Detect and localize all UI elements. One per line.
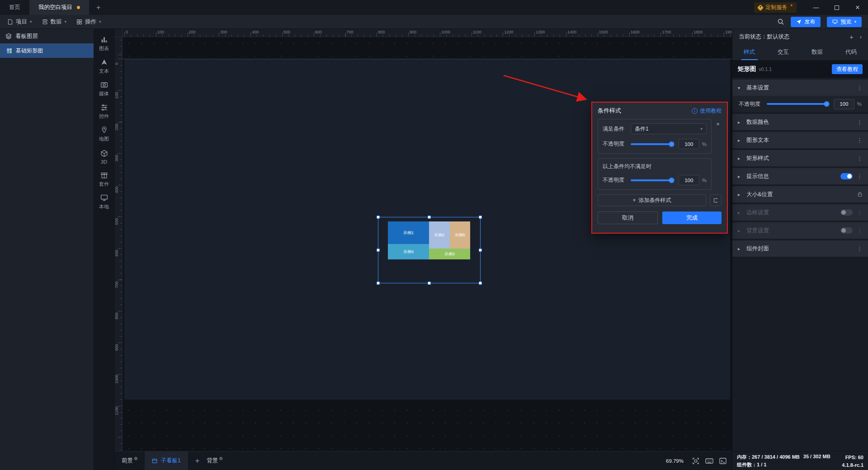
- foreground-label[interactable]: 前景⊕: [122, 457, 137, 465]
- layers-icon: [5, 33, 12, 39]
- more-icon[interactable]: ⋮: [857, 137, 863, 144]
- compbar-item-label: 3D: [101, 159, 107, 164]
- resize-handle[interactable]: [479, 282, 482, 285]
- minimize-button[interactable]: —: [806, 0, 826, 15]
- tab-style[interactable]: 样式: [732, 44, 766, 60]
- preview-button[interactable]: 预览▾: [827, 17, 862, 27]
- fallback-label: 以上条件均不满足时: [603, 163, 707, 170]
- resize-handle[interactable]: [428, 216, 431, 219]
- basic-opacity-input[interactable]: 100: [834, 99, 854, 109]
- circle-plus-icon[interactable]: ⊕: [134, 456, 137, 461]
- section-border-settings[interactable]: ▸ 边框设置 ⋮: [732, 204, 868, 221]
- section-tooltip[interactable]: ▸ 提示信息 ⋮: [732, 168, 868, 184]
- resize-handle[interactable]: [377, 216, 380, 219]
- layer-item-treemap[interactable]: 基础矩形图: [0, 43, 94, 58]
- compbar-item-3d[interactable]: 3D: [94, 146, 114, 168]
- lock-icon[interactable]: [857, 192, 863, 197]
- add-condition-style-button[interactable]: +添加条件样式: [598, 194, 706, 206]
- resize-handle[interactable]: [479, 216, 482, 219]
- resize-handle[interactable]: [479, 249, 482, 252]
- search-icon[interactable]: [777, 18, 784, 25]
- expand-states-button[interactable]: ›: [860, 33, 862, 40]
- condition-select[interactable]: 条件1 ▾: [631, 123, 707, 134]
- cancel-button[interactable]: 取消: [598, 212, 658, 224]
- fallback-opacity-slider[interactable]: [631, 179, 673, 181]
- new-project-tab-button[interactable]: +: [96, 4, 100, 12]
- more-icon[interactable]: ⋮: [857, 209, 863, 216]
- tooltip-toggle[interactable]: [840, 173, 853, 179]
- section-background-settings[interactable]: ▸ 背景设置 ⋮: [732, 222, 868, 239]
- basic-opacity-slider[interactable]: [767, 103, 828, 105]
- ruler-horizontal: 0100200300400500600700800900100011001200…: [114, 29, 732, 37]
- maximize-button[interactable]: [826, 0, 847, 15]
- more-icon[interactable]: ⋮: [857, 155, 863, 162]
- menu-project[interactable]: 项目▾: [7, 18, 32, 26]
- more-icon[interactable]: ⋮: [857, 173, 863, 180]
- console-button[interactable]: [719, 457, 726, 465]
- condition-flow-button[interactable]: [710, 194, 722, 206]
- condition-label: 满足条件: [603, 125, 631, 133]
- more-icon[interactable]: ⋮: [857, 227, 863, 234]
- section-component-cover[interactable]: ▸ 组件封面 ⋮: [732, 240, 868, 257]
- publish-button[interactable]: 发布: [791, 17, 821, 27]
- zoom-level[interactable]: 69.79%: [666, 458, 684, 464]
- section-rect-style[interactable]: ▸ 矩形样式 ⋮: [732, 150, 868, 166]
- section-size-position[interactable]: ▸ 大小&位置: [732, 186, 868, 202]
- tab-data[interactable]: 数据: [800, 44, 834, 60]
- opacity-input[interactable]: 100: [679, 139, 699, 149]
- view-tutorial-button[interactable]: 查看教程: [832, 64, 863, 74]
- compbar-item-kit[interactable]: 套件: [94, 168, 114, 191]
- section-data-colors[interactable]: ▸ 数据颜色 ⋮: [732, 114, 868, 130]
- tab-code[interactable]: 代码: [834, 44, 868, 60]
- keyboard-shortcuts-button[interactable]: [705, 457, 713, 465]
- custom-service-badge[interactable]: 定制服务 ●: [754, 2, 797, 13]
- border-toggle[interactable]: [840, 209, 853, 216]
- compbar-item-charts[interactable]: 图表: [94, 33, 114, 55]
- more-icon[interactable]: ⋮: [857, 85, 863, 91]
- opacity-value: 100: [840, 101, 848, 107]
- selected-widget-treemap[interactable]: 示例1 示例2 示例5 示例4 示例3: [378, 217, 481, 283]
- ruler-v-label: 500: [114, 215, 119, 228]
- tab-interaction[interactable]: 交互: [766, 44, 800, 60]
- add-board-button[interactable]: +: [195, 457, 199, 465]
- tab-home-label: 首页: [9, 4, 20, 11]
- confirm-button[interactable]: 完成: [662, 212, 722, 224]
- opacity-label: 不透明度: [603, 176, 631, 184]
- compbar-item-controls[interactable]: 控件: [94, 100, 114, 123]
- compbar-item-local[interactable]: 本地: [94, 191, 114, 213]
- fallback-opacity-input[interactable]: 100: [679, 175, 699, 185]
- section-basic-settings[interactable]: ▾ 基本设置 ⋮: [732, 80, 868, 96]
- status-bar: 内存：267 / 3814 / 4096 MB 35 / 302 MB FPS:…: [732, 451, 868, 470]
- compbar-item-media[interactable]: 媒体: [94, 78, 114, 100]
- menu-data[interactable]: 数据▾: [42, 18, 67, 26]
- state-label: 当前状态：: [739, 33, 767, 41]
- compbar-item-map[interactable]: 地图: [94, 123, 114, 146]
- resize-handle[interactable]: [428, 282, 431, 285]
- fit-screen-button[interactable]: [692, 457, 699, 465]
- resize-handle[interactable]: [377, 249, 380, 252]
- custom-service-label: 定制服务: [765, 4, 787, 11]
- tab-project[interactable]: 我的空白项目: [29, 0, 89, 15]
- compbar-item-text[interactable]: 文本: [94, 55, 114, 78]
- ruler-h-label: 0: [126, 30, 128, 34]
- remove-condition-button[interactable]: ×: [714, 121, 722, 127]
- add-state-button[interactable]: +: [849, 33, 854, 41]
- resize-handle[interactable]: [377, 282, 380, 285]
- background-label[interactable]: 背景⊕: [207, 457, 222, 465]
- chevron-down-icon: ▾: [854, 19, 856, 24]
- menu-operation[interactable]: 操作▾: [76, 18, 101, 26]
- memory-value: 267 / 3814 / 4096 MB: [752, 454, 800, 460]
- circle-plus-icon[interactable]: ⊕: [219, 456, 222, 461]
- chevron-right-icon: ▸: [738, 246, 742, 251]
- board-tab-sub1[interactable]: 子看板1: [145, 451, 188, 470]
- tutorial-link[interactable]: i使用教程: [692, 107, 722, 115]
- section-graphic-text[interactable]: ▸ 图形文本 ⋮: [732, 132, 868, 148]
- more-icon[interactable]: ⋮: [857, 119, 863, 126]
- background-toggle[interactable]: [840, 227, 853, 234]
- opacity-slider[interactable]: [631, 143, 673, 145]
- tab-home[interactable]: 首页: [0, 0, 29, 15]
- opacity-label: 不透明度: [603, 140, 631, 148]
- design-canvas[interactable]: 0100200300400500600700800900100011001200…: [114, 29, 732, 451]
- close-button[interactable]: ×: [847, 0, 868, 15]
- more-icon[interactable]: ⋮: [857, 245, 863, 252]
